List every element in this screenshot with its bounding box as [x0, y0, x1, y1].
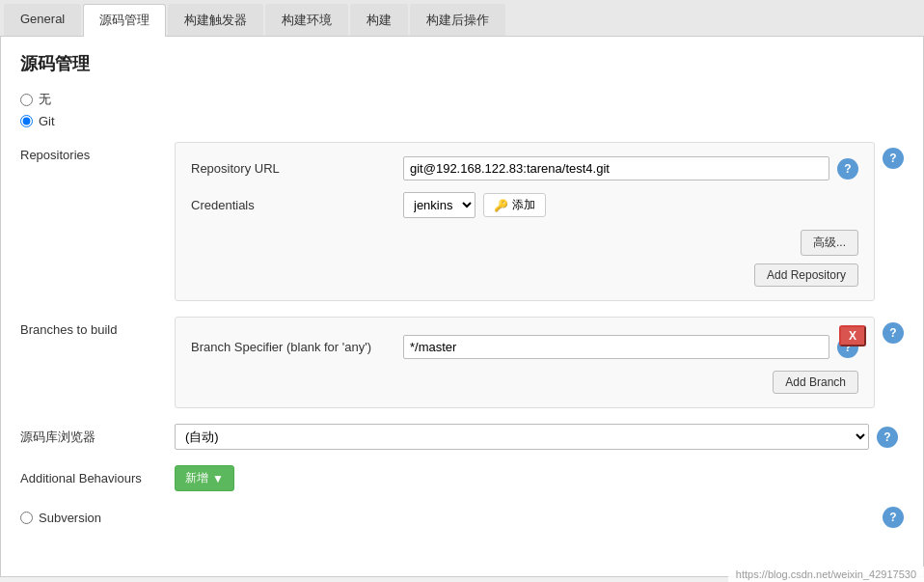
add-repo-btn-row: Add Repository: [191, 263, 858, 287]
branches-help-icon[interactable]: ?: [883, 322, 904, 344]
credentials-select[interactable]: jenkins: [403, 192, 476, 218]
radio-none-item: 无: [20, 91, 904, 108]
credentials-label: Credentials: [191, 198, 403, 212]
add-branch-button[interactable]: Add Branch: [773, 371, 858, 394]
dropdown-arrow-icon: ▼: [212, 472, 224, 485]
tab-source-management[interactable]: 源码管理: [83, 4, 166, 37]
add-cred-label: 添加: [512, 197, 535, 213]
bottom-url-bar: https://blog.csdn.net/weixin_42917530: [728, 567, 924, 577]
tab-post-build[interactable]: 构建后操作: [410, 4, 505, 36]
add-behaviour-label: 新增: [185, 470, 208, 486]
browser-help-icon[interactable]: ?: [877, 427, 898, 448]
subversion-label: Subversion: [39, 511, 101, 525]
branches-label: Branches to build: [20, 317, 175, 337]
add-repository-button[interactable]: Add Repository: [754, 263, 858, 287]
branch-specifier-input[interactable]: [403, 335, 829, 359]
radio-subversion[interactable]: [20, 512, 33, 524]
repositories-help-icon[interactable]: ?: [883, 148, 904, 169]
main-content: 源码管理 无 Git Repositories Repository URL ?…: [0, 37, 924, 577]
advanced-button[interactable]: 高级...: [801, 230, 858, 256]
tabs-bar: General 源码管理 构建触发器 构建环境 构建 构建后操作: [0, 0, 924, 37]
scm-radio-group: 无 Git: [20, 91, 904, 128]
add-branch-btn-row: Add Branch: [191, 371, 858, 394]
tab-general[interactable]: General: [4, 4, 81, 36]
additional-behaviours-row: Additional Behaviours 新增 ▼: [20, 465, 904, 491]
radio-none-label: 无: [39, 91, 51, 108]
branches-content: X Branch Specifier (blank for 'any') ? A…: [175, 317, 875, 408]
repo-url-label: Repository URL: [191, 161, 403, 176]
page-title: 源码管理: [20, 52, 904, 75]
radio-git-label: Git: [39, 114, 55, 128]
branch-specifier-row: Branch Specifier (blank for 'any') ?: [191, 335, 858, 359]
repo-url-help-icon[interactable]: ?: [837, 158, 858, 180]
x-btn-container: X: [839, 325, 866, 346]
radio-none[interactable]: [20, 94, 33, 106]
add-credential-button[interactable]: 🔑 添加: [483, 193, 546, 217]
browser-label: 源码库浏览器: [20, 429, 175, 446]
key-icon: 🔑: [494, 199, 508, 212]
radio-git-item: Git: [20, 114, 904, 128]
branch-specifier-label: Branch Specifier (blank for 'any'): [191, 340, 403, 354]
tab-build-triggers[interactable]: 构建触发器: [168, 4, 263, 36]
branches-section: Branches to build X Branch Specifier (bl…: [20, 317, 904, 408]
remove-branch-button[interactable]: X: [839, 325, 866, 346]
subversion-help-icon[interactable]: ?: [883, 507, 904, 528]
repo-url-row: Repository URL ?: [191, 156, 858, 180]
repositories-content: Repository URL ? Credentials jenkins 🔑 添…: [175, 142, 875, 301]
advanced-row: 高级...: [191, 230, 858, 256]
tab-build-env[interactable]: 构建环境: [265, 4, 348, 36]
bottom-url-text: https://blog.csdn.net/weixin_42917530: [736, 568, 916, 577]
additional-label: Additional Behaviours: [20, 471, 175, 485]
subversion-row: Subversion ?: [20, 507, 904, 528]
tab-build[interactable]: 构建: [350, 4, 408, 36]
repo-url-input[interactable]: [403, 156, 829, 180]
browser-row: 源码库浏览器 (自动) ?: [20, 424, 904, 450]
credentials-row: Credentials jenkins 🔑 添加: [191, 192, 858, 218]
repositories-section: Repositories Repository URL ? Credential…: [20, 142, 904, 301]
repositories-label: Repositories: [20, 142, 175, 162]
browser-select[interactable]: (自动): [175, 424, 869, 450]
radio-git[interactable]: [20, 115, 33, 127]
add-behaviour-button[interactable]: 新增 ▼: [175, 465, 234, 491]
